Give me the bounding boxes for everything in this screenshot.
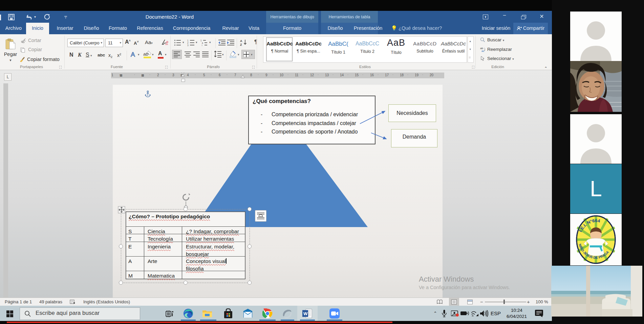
svg-text:W: W [303,311,308,316]
svg-text:2: 2 [187,42,189,44]
svg-text:Z: Z [240,43,242,46]
svg-text:a: a [202,42,203,44]
svg-text:1: 1 [200,39,202,42]
svg-text:i: i [202,44,202,46]
svg-text:A: A [131,51,135,58]
svg-text:3: 3 [187,44,189,46]
svg-text:1: 1 [187,39,189,42]
svg-text:ac: ac [481,49,484,52]
svg-text:A: A [240,39,242,43]
